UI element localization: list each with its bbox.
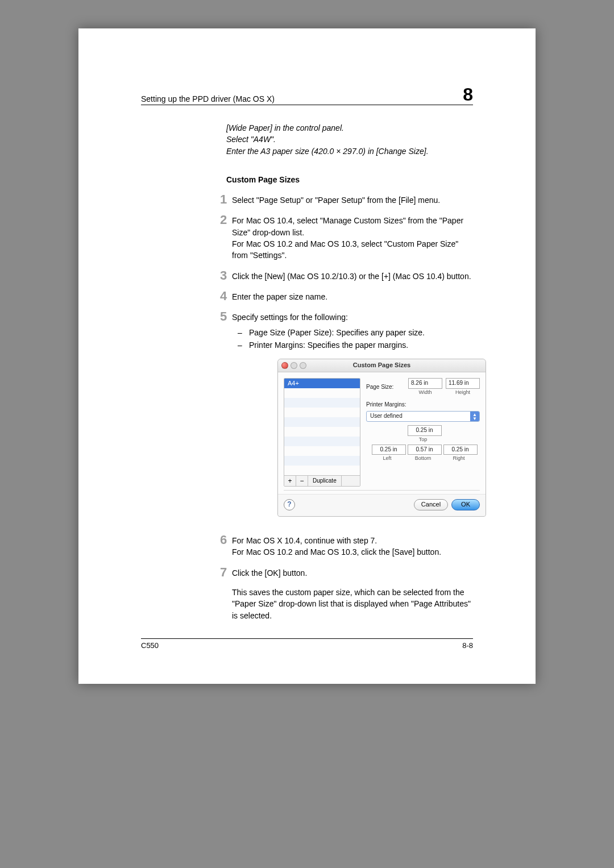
help-button[interactable]: ? xyxy=(284,499,295,510)
duplicate-button[interactable]: Duplicate xyxy=(308,476,342,486)
page-footer: C550 8-8 xyxy=(141,638,473,650)
dropdown-arrows-icon: ▲▼ xyxy=(470,412,479,421)
step-2-line-2: For Mac OS 10.2 and Mac OS 10.3, select … xyxy=(232,238,473,261)
margin-top-label: Top xyxy=(408,436,439,443)
size-list-item-selected[interactable]: A4+ xyxy=(284,379,360,388)
step-4: 4 Enter the paper size name. xyxy=(215,290,473,302)
height-field[interactable]: 11.69 in xyxy=(446,378,480,389)
size-list[interactable]: A4+ + − Duplicate xyxy=(284,378,360,487)
header-left: Setting up the PPD driver (Mac OS X) xyxy=(141,94,275,103)
sublist-item-1: Page Size (Paper Size): Specifies any pa… xyxy=(232,327,486,338)
margin-right-field[interactable]: 0.25 in xyxy=(443,445,478,455)
margin-left-field[interactable]: 0.25 in xyxy=(372,445,406,455)
step-5-number: 5 xyxy=(215,310,232,323)
step-5-lead: Specify settings for the following: xyxy=(232,312,486,323)
step-3-text: Click the [New] (Mac OS 10.2/10.3) or th… xyxy=(232,269,473,282)
note-line-2: Select "A4W". xyxy=(226,134,473,145)
step-4-text: Enter the paper size name. xyxy=(232,290,473,302)
step-5: 5 Specify settings for the following: Pa… xyxy=(215,310,473,526)
dialog-window: Custom Page Sizes A4+ xyxy=(277,359,486,517)
step-7: 7 Click the [OK] button. xyxy=(215,566,473,579)
dialog-titlebar: Custom Page Sizes xyxy=(278,359,486,372)
step-6: 6 For Mac OS X 10.4, continue with step … xyxy=(215,534,473,558)
step-6-number: 6 xyxy=(215,534,232,546)
margin-bottom-label: Bottom xyxy=(408,455,439,462)
step-2-line-1: For Mac OS 10.4, select "Manage Custom S… xyxy=(232,215,473,238)
note-line-1: [Wide Paper] in the control panel. xyxy=(226,122,473,134)
footer-right: 8-8 xyxy=(462,641,473,650)
width-field[interactable]: 8.26 in xyxy=(408,378,442,389)
section-title: Custom Page Sizes xyxy=(226,174,473,185)
step-3: 3 Click the [New] (Mac OS 10.2/10.3) or … xyxy=(215,269,473,282)
page-size-label: Page Size: xyxy=(366,383,405,392)
width-sublabel: Width xyxy=(408,389,442,396)
footer-left: C550 xyxy=(141,641,159,650)
step-7-text: Click the [OK] button. xyxy=(232,566,473,579)
sublist-item-2: Printer Margins: Specifies the paper mar… xyxy=(232,339,486,351)
step-6-line-2: For Mac OS 10.2 and Mac OS 10.3, click t… xyxy=(232,546,473,558)
dialog-title: Custom Page Sizes xyxy=(278,361,486,370)
step-5-sublist: Page Size (Paper Size): Specifies any pa… xyxy=(232,327,486,351)
step-1-text: Select "Page Setup" or "Paper Setup" fro… xyxy=(232,193,473,206)
step-2: 2 For Mac OS 10.4, select "Manage Custom… xyxy=(215,214,473,261)
remove-size-button[interactable]: − xyxy=(296,476,308,486)
printer-margins-label: Printer Margins: xyxy=(366,401,480,409)
note-line-3: Enter the A3 paper size (420.0 × 297.0) … xyxy=(226,146,473,157)
step-2-number: 2 xyxy=(215,214,232,226)
page-sheet: Setting up the PPD driver (Mac OS X) 8 [… xyxy=(78,28,536,684)
content-area: [Wide Paper] in the control panel. Selec… xyxy=(192,122,473,621)
page-header: Setting up the PPD driver (Mac OS X) 8 xyxy=(141,85,473,105)
step-3-number: 3 xyxy=(215,269,232,282)
chapter-number: 8 xyxy=(463,85,473,103)
add-size-button[interactable]: + xyxy=(284,476,296,486)
margin-right-label: Right xyxy=(443,455,475,462)
note-block: [Wide Paper] in the control panel. Selec… xyxy=(226,122,473,157)
step-1: 1 Select "Page Setup" or "Paper Setup" f… xyxy=(215,193,473,206)
step-1-number: 1 xyxy=(215,193,232,206)
margin-top-field[interactable]: 0.25 in xyxy=(408,425,442,436)
margins-dropdown-value: User defined xyxy=(367,412,470,421)
ok-button[interactable]: OK xyxy=(451,499,480,510)
cancel-button[interactable]: Cancel xyxy=(414,499,448,510)
margin-bottom-field[interactable]: 0.57 in xyxy=(408,445,442,455)
step-6-line-1: For Mac OS X 10.4, continue with step 7. xyxy=(232,535,473,546)
height-sublabel: Height xyxy=(446,389,480,396)
step-4-number: 4 xyxy=(215,290,232,302)
step-7-number: 7 xyxy=(215,566,232,579)
margins-dropdown[interactable]: User defined ▲▼ xyxy=(366,411,480,422)
margin-left-label: Left xyxy=(372,455,403,462)
step-7-followup: This saves the custom paper size, which … xyxy=(232,587,473,621)
